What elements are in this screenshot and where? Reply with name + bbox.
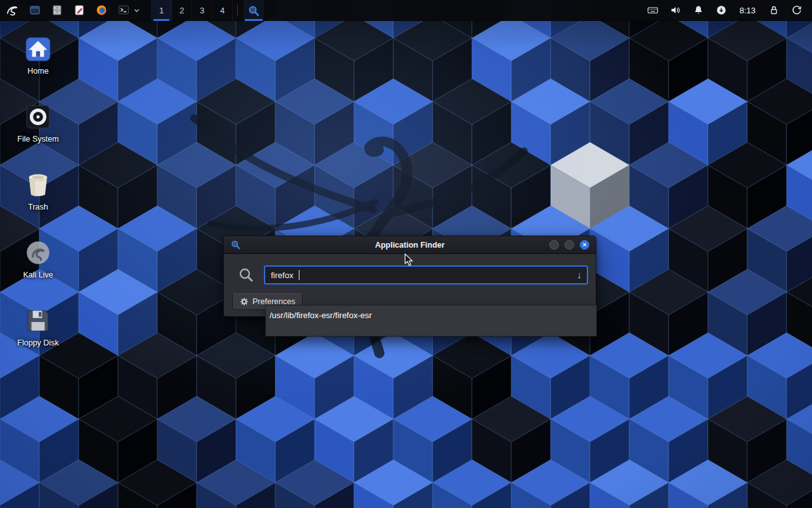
workspace-3[interactable]: 3 (192, 0, 213, 21)
workspace-2[interactable]: 2 (172, 0, 192, 21)
close-button[interactable]: × (580, 240, 589, 250)
workspace-1[interactable]: 1 (152, 0, 172, 21)
desktop-root: Home File System Trash Kali L (0, 0, 812, 508)
applications-menu-button[interactable] (0, 0, 23, 20)
terminal-dropdown-button[interactable] (132, 7, 141, 14)
search-row: ↓ (232, 265, 588, 284)
home-icon (23, 34, 53, 64)
update-circle-icon (716, 4, 727, 16)
tray-screen-lock[interactable] (763, 0, 785, 21)
combo-dropdown-arrow-icon[interactable]: ↓ (577, 269, 582, 280)
speaker-icon (670, 4, 681, 16)
search-input[interactable] (271, 271, 570, 280)
search-field: ↓ (264, 265, 588, 284)
floppy-disk-icon (23, 306, 53, 335)
file-system-icon (23, 102, 53, 131)
desktop-icon-label: Trash (28, 203, 48, 211)
maximize-button[interactable] (565, 240, 574, 250)
desktop-icon-home[interactable]: Home (8, 30, 69, 98)
titlebar[interactable]: Application Finder × (224, 236, 596, 254)
trash-icon (23, 170, 53, 199)
desktop-icon-label: Kali Live (23, 271, 53, 279)
application-finder-window: Application Finder × ↓ (223, 236, 596, 317)
tray-keyboard[interactable] (641, 0, 664, 21)
file-manager-icon (51, 4, 63, 17)
desktop-icon-label: File System (17, 135, 58, 144)
finder-body: ↓ Preferences /usr/lib/firefox-esr/firef… (224, 254, 596, 316)
tray-volume[interactable] (664, 0, 687, 21)
text-editor-icon (73, 4, 86, 17)
tray-updates[interactable] (710, 0, 733, 21)
lock-icon (768, 4, 780, 16)
workspace-switcher: 1 2 3 4 (151, 0, 233, 20)
workspace-4[interactable]: 4 (213, 0, 233, 21)
keyboard-icon (647, 4, 658, 16)
clock[interactable]: 8:13 (733, 6, 763, 15)
suggestion-item[interactable]: /usr/lib/firefox-esr/firefox-esr (266, 305, 596, 325)
kali-logo-icon (5, 3, 19, 17)
completion-popup: /usr/lib/firefox-esr/firefox-esr (265, 305, 597, 337)
launcher-window[interactable] (23, 0, 46, 20)
tray-logout[interactable] (785, 0, 808, 21)
launcher-firefox[interactable] (90, 0, 112, 20)
panel-separator (237, 4, 238, 16)
chevron-down-icon (133, 7, 140, 14)
desktop-icon-trash[interactable]: Trash (8, 166, 69, 234)
launcher-text-editor[interactable] (68, 0, 90, 20)
gear-icon (240, 297, 249, 306)
bell-icon (693, 4, 704, 16)
application-finder-icon (230, 239, 241, 250)
desktop-icon-floppy-disk[interactable]: Floppy Disk (8, 302, 69, 370)
desktop-icon-kali-live[interactable]: Kali Live (8, 234, 69, 302)
terminal-icon (117, 4, 130, 17)
tray-notifications[interactable] (687, 0, 710, 21)
search-icon (238, 267, 254, 283)
firefox-icon (95, 4, 108, 17)
launcher-terminal[interactable] (112, 4, 134, 17)
desktop-icon-column: Home File System Trash Kali L (8, 30, 69, 370)
application-finder-icon (247, 4, 260, 17)
logout-arrow-icon (791, 4, 802, 16)
desktop-icon-label: Floppy Disk (17, 338, 58, 347)
top-panel: 1 2 3 4 (0, 0, 812, 21)
minimize-button[interactable] (549, 240, 559, 250)
desktop-icon-label: Home (27, 67, 48, 76)
window-title: Application Finder (224, 241, 596, 250)
system-tray: 8:13 (641, 0, 812, 20)
text-caret (299, 270, 299, 280)
desktop-icon-file-system[interactable]: File System (8, 98, 69, 166)
window-buttons: × (549, 240, 589, 250)
kali-live-icon (23, 238, 53, 267)
launcher-terminal-group (112, 0, 141, 20)
window-icon (29, 4, 41, 17)
launcher-file-manager[interactable] (46, 0, 68, 20)
taskbar-application-finder[interactable] (244, 0, 264, 21)
